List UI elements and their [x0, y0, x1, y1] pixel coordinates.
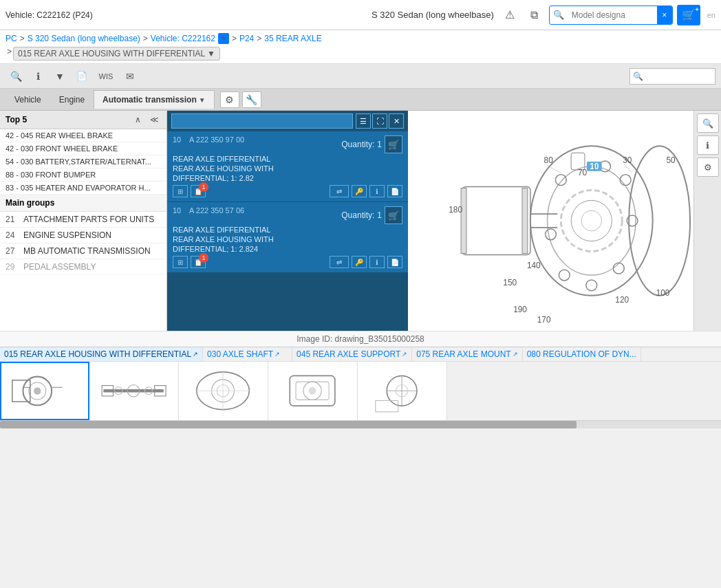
thumb-label-2-text: 045 REAR AXLE SUPPORT: [297, 349, 400, 359]
parts-list-header: ☰ ⛶ ✕: [167, 111, 408, 131]
part-1-cart-btn[interactable]: 🛒: [385, 206, 402, 224]
tab-vehicle[interactable]: Vehicle: [6, 90, 50, 109]
top-search-icon[interactable]: 🔍: [550, 6, 568, 25]
breadcrumb-rear-axle[interactable]: 35 REAR AXLE: [264, 34, 321, 43]
svg-point-14: [571, 200, 612, 241]
wis-btn[interactable]: WIS: [94, 67, 118, 86]
thumb-img-2[interactable]: [179, 362, 268, 420]
top5-item-2[interactable]: 54 - 030 BATTERY,STARTER/ALTERNAT...: [0, 155, 166, 168]
toolbar-search-box: 🔍: [629, 68, 715, 85]
thumb-label-3[interactable]: 075 REAR AXLE MOUNT ↗: [412, 347, 522, 361]
top5-item-1[interactable]: 42 - 030 FRONT WHEEL BRAKE: [0, 142, 166, 155]
thumb-label-2[interactable]: 045 REAR AXLE SUPPORT ↗: [292, 347, 412, 361]
svg-rect-17: [461, 188, 466, 254]
toolbar-search-input[interactable]: [646, 70, 715, 83]
top5-item-0[interactable]: 42 - 045 REAR WHEEL BRAKE: [0, 129, 166, 142]
main-groups-header: Main groups: [0, 195, 166, 212]
part-1-qty-value: 1: [377, 210, 382, 220]
svg-point-11: [559, 270, 570, 281]
thumb-img-3[interactable]: [268, 362, 358, 420]
thumb-label-1[interactable]: 030 AXLE SHAFT ↗: [203, 347, 292, 361]
tab-settings-icon[interactable]: ⚙: [220, 91, 239, 108]
tab-engine[interactable]: Engine: [50, 90, 94, 109]
top5-header: Top 5 ∧ ≪: [0, 111, 166, 129]
part-0-table-btn[interactable]: ⊞: [173, 185, 188, 197]
horizontal-scrollbar[interactable]: [0, 420, 721, 428]
tab-wrench-icon[interactable]: 🔧: [242, 91, 261, 108]
thumb-label-0-text: 015 REAR AXLE HOUSING WITH DIFFERENTIAL: [4, 349, 191, 359]
top5-menu-btn[interactable]: ≪: [147, 113, 161, 126]
thumb-label-0[interactable]: 015 REAR AXLE HOUSING WITH DIFFERENTIAL …: [0, 347, 203, 361]
part-0-info-btn[interactable]: ℹ: [369, 185, 385, 197]
close-panel-btn[interactable]: ✕: [389, 113, 404, 129]
top-search-clear[interactable]: ×: [657, 6, 672, 25]
parts-filter-input[interactable]: [171, 113, 353, 129]
svg-point-41: [34, 387, 41, 394]
part-item-1[interactable]: 10 A 222 350 57 06 Quantity: 1 🛒 REAR AX…: [167, 202, 408, 273]
info-btn[interactable]: ℹ: [28, 67, 48, 86]
part-item-0[interactable]: 10 A 222 350 97 00 Quantity: 1 🛒 REAR AX…: [167, 131, 408, 202]
tab-arrow-icon: ▼: [199, 96, 206, 104]
rt-btn-1[interactable]: 🔍: [697, 113, 719, 133]
top-bar-icons: ⚠ ⧉ 🔍 × 🛒+ en: [499, 5, 715, 25]
toolbar-search-icon[interactable]: 🔍: [630, 72, 646, 81]
diagram-area: 10 30 50 70 80 100 120 140 150 170 180 1…: [408, 111, 693, 331]
zoom-in-btn[interactable]: 🔍: [6, 67, 26, 86]
part-1-info-btn[interactable]: ℹ: [369, 256, 385, 268]
breadcrumb-pc[interactable]: PC: [6, 34, 17, 43]
top5-item-4[interactable]: 83 - 035 HEATER AND EVAPORATOR H...: [0, 182, 166, 195]
group-num-27: 27: [6, 246, 19, 256]
svg-rect-38: [12, 380, 30, 402]
breadcrumb-dropdown[interactable]: 015 REAR AXLE HOUSING WITH DIFFERENTIAL …: [13, 47, 220, 61]
breadcrumb-vehicle[interactable]: Vehicle: C222162: [151, 34, 215, 43]
copy-icon-btn[interactable]: ⧉: [524, 5, 545, 25]
parts-list: ☰ ⛶ ✕ 10 A 222 350 97 00 Quantity: 1 🛒 R…: [167, 111, 408, 331]
thumb-img-1[interactable]: [89, 362, 179, 420]
svg-rect-61: [376, 401, 398, 412]
rt-btn-2[interactable]: ℹ: [697, 135, 719, 155]
expand-view-btn[interactable]: ⛶: [372, 113, 387, 129]
breadcrumb-model[interactable]: S 320 Sedan (long wheelbase): [28, 34, 140, 43]
thumb-img-0[interactable]: [0, 362, 89, 420]
filter-btn[interactable]: ▼: [50, 67, 70, 86]
part-0-cart-btn[interactable]: 🛒: [385, 135, 402, 153]
breadcrumb-edit-icon[interactable]: ✎: [218, 33, 229, 44]
part-1-key-btn[interactable]: 🔑: [352, 256, 367, 268]
part-0-quantity: Quantity: 1 🛒: [341, 135, 402, 153]
tab-automatic-transmission[interactable]: Automatic transmission ▼: [94, 90, 215, 109]
top5-collapse-btn[interactable]: ∧: [131, 113, 144, 126]
part-0-arrows-btn[interactable]: ⇄: [330, 185, 349, 197]
model-name: S 320 Sedan (long wheelbase): [372, 10, 494, 20]
tab-bar: Vehicle Engine Automatic transmission ▼ …: [0, 89, 721, 111]
group-item-29[interactable]: 29 PEDAL ASSEMBLY: [0, 259, 166, 275]
group-item-24[interactable]: 24 ENGINE SUSPENSION: [0, 228, 166, 243]
part-1-badge-group: 📋 1: [191, 256, 206, 268]
document-btn[interactable]: 📄: [72, 67, 92, 86]
tab-vehicle-label: Vehicle: [14, 95, 41, 105]
list-view-btn[interactable]: ☰: [356, 113, 371, 129]
part-0-key-btn[interactable]: 🔑: [352, 185, 367, 197]
scrollbar-thumb: [0, 421, 577, 428]
thumb-label-4[interactable]: 080 REGULATION OF DYN...: [523, 347, 641, 361]
part-0-file-btn[interactable]: 📄: [387, 185, 402, 197]
rt-btn-3[interactable]: ⚙: [697, 157, 719, 177]
thumb-img-4[interactable]: [358, 362, 447, 420]
part-1-arrows-btn[interactable]: ⇄: [330, 256, 349, 268]
part-item-0-header: 10 A 222 350 97 00 Quantity: 1 🛒: [173, 135, 402, 153]
part-1-file-btn[interactable]: 📄: [387, 256, 402, 268]
top5-item-3[interactable]: 88 - 030 FRONT BUMPER: [0, 168, 166, 182]
toolbar-row: 🔍 ℹ ▼ 📄 WIS ✉ 🔍: [0, 64, 721, 89]
tab-automatic-transmission-label: Automatic transmission: [103, 95, 197, 105]
group-item-27[interactable]: 27 MB AUTOMATIC TRANSMISSION: [0, 243, 166, 259]
breadcrumb-p24[interactable]: P24: [239, 34, 254, 43]
parts-list-body: 10 A 222 350 97 00 Quantity: 1 🛒 REAR AX…: [167, 131, 408, 331]
top-search-input[interactable]: [568, 9, 657, 21]
part-1-desc1: REAR AXLE DIFFERENTIAL: [173, 226, 402, 234]
mail-btn[interactable]: ✉: [120, 67, 140, 86]
part-1-table-btn[interactable]: ⊞: [173, 256, 188, 268]
warning-icon-btn[interactable]: ⚠: [499, 5, 520, 25]
group-item-21[interactable]: 21 ATTACHMENT PARTS FOR UNITS: [0, 212, 166, 228]
thumb-2-svg: [183, 364, 263, 417]
add-to-cart-button[interactable]: 🛒+: [677, 5, 700, 25]
right-toolbar: 🔍 ℹ ⚙: [693, 111, 721, 331]
